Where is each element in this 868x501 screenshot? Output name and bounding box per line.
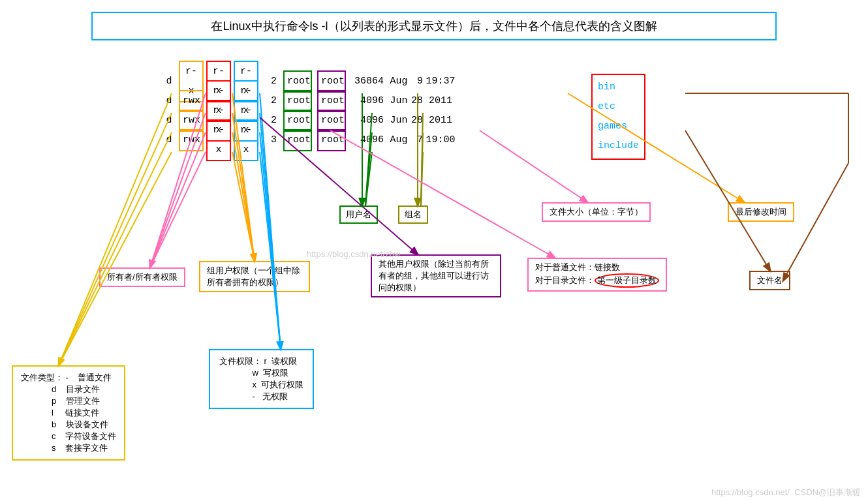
watermark2: https://blog.csdn.net/ CSDN@旧事渐暖 [711, 487, 861, 498]
links-col: 2 [264, 72, 277, 91]
svg-line-6 [150, 132, 206, 267]
month-col: Jun [389, 91, 409, 111]
groupname-label-box: 组名 [398, 205, 428, 224]
group-col: root [317, 70, 346, 93]
svg-line-27 [685, 130, 770, 271]
svg-line-25 [480, 130, 587, 202]
file-perms-explain-box: 文件权限： r 读权限 w 写权限 x 可执行权限 - 无权限 [209, 349, 314, 409]
perm1-col: rwx [179, 110, 204, 132]
user-col: root [283, 110, 312, 132]
watermark1: https://blog.csdn.net/zbw [307, 249, 400, 259]
month-col: Aug [389, 130, 409, 150]
file-type-explain-box: 文件类型： - 普通文件 d 目录文件 p 管理文件 l 链接文件 b 块设备文… [12, 365, 125, 461]
perm2-col: r-x [206, 119, 231, 161]
size-col: 4096 [351, 130, 384, 150]
svg-line-0 [59, 93, 172, 365]
group-col: root [317, 90, 346, 112]
file-type-col: d [163, 91, 175, 111]
month-col: Jun [389, 111, 409, 130]
day-col: 28 [411, 91, 420, 111]
day-col: 7 [411, 130, 420, 150]
svg-line-3 [59, 152, 172, 365]
links-col: 3 [264, 130, 277, 150]
svg-line-31 [783, 163, 848, 281]
file-row: d rwx r-x r-x 3 root root 4096 Aug 7 19:… [163, 130, 461, 150]
svg-line-7 [150, 152, 206, 267]
file-type-col: d [163, 111, 175, 130]
size-col: 4096 [351, 91, 384, 111]
owner-perms-label-box: 所有者/所有者权限 [99, 267, 185, 287]
day-col: 28 [411, 111, 420, 130]
links-label-box: 对于普通文件：链接数 对于目录文件：第一级子目录数 [527, 258, 667, 292]
svg-line-14 [260, 132, 281, 349]
filenames-box: binetcgamesinclude [591, 74, 645, 160]
filename-label-box: 文件名 [749, 271, 790, 290]
group-perms-label-box: 组用户权限（一个组中除所有者拥有的权限） [199, 261, 310, 292]
month-col: Aug [389, 72, 409, 91]
svg-line-1 [59, 113, 172, 365]
time-col: 19:37 [424, 72, 457, 91]
time-col: 2011 [424, 111, 457, 130]
size-col: 4096 [351, 111, 384, 130]
day-col: 9 [411, 72, 420, 91]
page-title: 在Linux中执行命令ls -l（以列表的形式显示文件）后，文件中各个信息代表的… [91, 12, 777, 40]
size-col: 36864 [351, 72, 384, 91]
filesize-label-box: 文件大小（单位：字节） [542, 202, 651, 222]
svg-line-2 [59, 132, 172, 365]
svg-line-20 [365, 152, 372, 205]
user-col: root [283, 70, 312, 93]
user-col: root [283, 90, 312, 112]
file-list: d r-x r-x r-x 2 root root 36864 Aug 9 19… [163, 72, 461, 150]
user-col: root [283, 129, 312, 151]
username-label-box: 用户名 [339, 205, 378, 224]
group-col: root [317, 110, 346, 132]
time-col: 2011 [424, 91, 457, 111]
perm1-col: rwx [179, 129, 204, 151]
lastmod-label-box: 最后修改时间 [728, 202, 794, 222]
file-type-col: d [163, 130, 175, 150]
links-col: 2 [264, 111, 277, 130]
file-type-col: d [163, 72, 175, 91]
links-col: 2 [264, 91, 277, 111]
svg-line-24 [421, 152, 423, 205]
perm1-col: rwx [179, 90, 204, 112]
perm3-col: r-x [234, 119, 258, 161]
svg-line-15 [260, 152, 281, 349]
group-col: root [317, 129, 346, 151]
other-perms-label-box: 其他用户权限（除过当前有所有者的组，其他组可以进行访问的权限） [371, 254, 501, 297]
svg-line-11 [232, 152, 255, 261]
time-col: 19:00 [424, 130, 457, 150]
